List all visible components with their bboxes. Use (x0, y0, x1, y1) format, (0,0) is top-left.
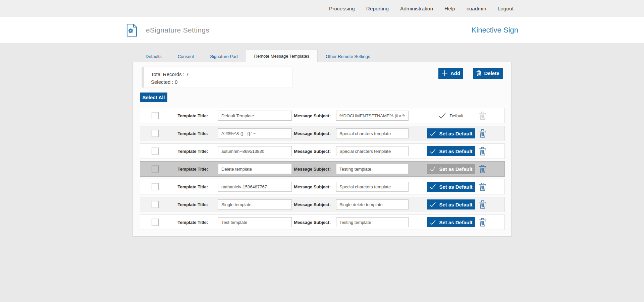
message-subject-input[interactable] (336, 182, 409, 192)
row-checkbox[interactable] (152, 148, 159, 155)
template-title-label: Template Title: (159, 149, 208, 154)
set-as-default-label: Set as Default (439, 166, 472, 172)
table-row: Template Title: Message Subject: Set as … (140, 197, 505, 212)
nav-item-processing[interactable]: Processing (329, 6, 355, 12)
template-title-input[interactable] (218, 217, 292, 227)
message-subject-label: Message Subject: (292, 220, 331, 225)
check-icon (430, 148, 436, 154)
template-title-input[interactable] (218, 111, 292, 121)
row-checkbox[interactable] (152, 130, 159, 137)
templates-list: Template Title: Message Subject: Default (140, 108, 505, 230)
set-as-default-label: Set as Default (439, 148, 472, 154)
nav-item-logout[interactable]: Logout (498, 6, 514, 12)
delete-row-icon[interactable] (479, 129, 486, 138)
template-title-input[interactable] (218, 128, 292, 138)
plus-icon (441, 70, 448, 77)
tab-defaults[interactable]: Defaults (138, 51, 170, 62)
set-as-default-button[interactable]: Set as Default (427, 146, 475, 156)
message-subject-input[interactable] (336, 111, 409, 121)
row-checkbox[interactable] (152, 112, 159, 119)
tab-signature-pad[interactable]: Signature Pad (202, 51, 246, 62)
set-as-default-button[interactable]: Set as Default (427, 182, 475, 192)
check-icon (439, 113, 446, 119)
message-subject-label: Message Subject: (292, 113, 331, 118)
message-subject-label: Message Subject: (292, 131, 331, 136)
delete-row-icon[interactable] (479, 218, 486, 227)
message-subject-input[interactable] (336, 217, 409, 227)
tab-remote-message-templates[interactable]: Remote Message Templates (246, 50, 318, 62)
set-as-default-button: Set as Default (427, 164, 475, 174)
trash-icon (476, 70, 481, 76)
template-title-label: Template Title: (159, 167, 208, 172)
total-records-text: Total Records : 7 (151, 70, 292, 78)
template-title-label: Template Title: (159, 113, 208, 118)
delete-row-icon (479, 111, 486, 120)
default-indicator: Default (427, 113, 475, 119)
templates-panel: Total Records : 7 Selected : 0 Add (132, 62, 512, 237)
records-summary: Total Records : 7 Selected : 0 (142, 67, 292, 87)
table-row: Template Title: Message Subject: Set as … (140, 179, 505, 194)
delete-row-icon[interactable] (479, 147, 486, 156)
set-as-default-button[interactable]: Set as Default (427, 217, 475, 227)
template-title-input[interactable] (218, 146, 292, 156)
tab-other-remote-settings[interactable]: Other Remote Settings (318, 51, 378, 62)
nav-item-administration[interactable]: Administration (400, 6, 433, 12)
delete-row-icon[interactable] (479, 165, 486, 174)
settings-tabs: Defaults Consent Signature Pad Remote Me… (138, 50, 518, 62)
brand-name: Kinective Sign (472, 26, 518, 35)
table-row: Template Title: Message Subject: Set as … (140, 126, 505, 141)
page-header: eSignature Settings Kinective Sign (0, 17, 644, 43)
set-as-default-label: Set as Default (439, 220, 472, 225)
message-subject-label: Message Subject: (292, 149, 331, 154)
panel-toolbar: Add Delete (438, 68, 503, 79)
set-as-default-label: Set as Default (439, 202, 472, 207)
table-row: Template Title: Message Subject: Set as … (140, 161, 505, 177)
top-navbar: Processing Reporting Administration Help… (0, 0, 644, 17)
table-row: Template Title: Message Subject: Set as … (140, 215, 505, 230)
select-all-label: Select All (143, 95, 165, 100)
message-subject-label: Message Subject: (292, 202, 331, 207)
set-as-default-label: Set as Default (439, 131, 472, 136)
row-checkbox[interactable] (152, 183, 159, 190)
message-subject-label: Message Subject: (292, 184, 331, 189)
message-subject-input[interactable] (336, 199, 409, 209)
table-row: Template Title: Message Subject: Set as … (140, 143, 505, 159)
check-icon (430, 184, 436, 189)
check-icon (430, 166, 436, 172)
nav-item-reporting[interactable]: Reporting (366, 6, 389, 12)
add-button-label: Add (450, 70, 460, 76)
row-checkbox[interactable] (152, 166, 159, 173)
row-checkbox[interactable] (152, 201, 159, 208)
default-indicator-label: Default (449, 113, 463, 118)
delete-button[interactable]: Delete (473, 68, 503, 79)
content-area: Defaults Consent Signature Pad Remote Me… (126, 50, 518, 237)
delete-button-label: Delete (484, 70, 499, 76)
set-as-default-label: Set as Default (439, 184, 472, 190)
nav-item-cuadmin[interactable]: cuadmin (467, 6, 486, 12)
document-gear-icon (126, 23, 137, 37)
check-icon (430, 202, 436, 207)
row-checkbox[interactable] (152, 219, 159, 226)
select-all-button[interactable]: Select All (140, 93, 167, 102)
template-title-input[interactable] (218, 164, 292, 174)
template-title-label: Template Title: (159, 220, 208, 225)
page-title: eSignature Settings (146, 26, 209, 34)
set-as-default-button[interactable]: Set as Default (427, 128, 475, 138)
template-title-input[interactable] (218, 182, 292, 192)
set-as-default-button[interactable]: Set as Default (427, 199, 475, 209)
add-button[interactable]: Add (438, 68, 463, 79)
template-title-input[interactable] (218, 199, 292, 209)
tab-consent[interactable]: Consent (170, 51, 202, 62)
message-subject-input[interactable] (336, 146, 409, 156)
nav-item-help[interactable]: Help (444, 6, 455, 12)
template-title-label: Template Title: (159, 131, 208, 136)
table-row: Template Title: Message Subject: Default (140, 108, 505, 123)
delete-row-icon[interactable] (479, 200, 486, 209)
selected-count-text: Selected : 0 (151, 78, 292, 86)
message-subject-input[interactable] (336, 128, 409, 138)
message-subject-label: Message Subject: (292, 167, 331, 172)
template-title-label: Template Title: (159, 184, 208, 189)
delete-row-icon[interactable] (479, 182, 486, 191)
template-title-label: Template Title: (159, 202, 208, 207)
message-subject-input[interactable] (336, 164, 409, 174)
